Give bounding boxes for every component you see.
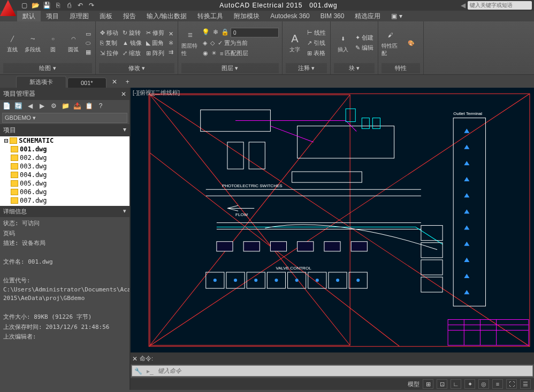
doc-tab-001[interactable]: 001* (67, 78, 106, 88)
line-button[interactable]: ╱ 直线 (3, 33, 21, 53)
details-header[interactable]: 详细信息▾ (0, 206, 129, 217)
tree-file-006[interactable]: 006.dwg (0, 188, 129, 196)
next-icon[interactable]: ▶ (37, 102, 46, 110)
doc-tab-new[interactable]: 新选项卡 (16, 76, 66, 88)
leader-button[interactable]: ↗ 引线 (306, 39, 327, 48)
tree-file-004[interactable]: 004.dwg (0, 171, 129, 179)
plot-icon[interactable]: ⎙ (64, 1, 74, 10)
search-input[interactable]: 键入关键字或短语 (468, 1, 532, 10)
add-tab-icon[interactable]: ✕ (108, 76, 121, 88)
offset-icon[interactable]: ⇉ (167, 48, 174, 56)
panel-label-layer[interactable]: 图层 ▾ (181, 63, 279, 73)
match-props-button[interactable]: 🖌 特性匹配 (382, 29, 400, 57)
fullscreen-icon[interactable]: ⛶ (506, 379, 517, 389)
tree-file-007[interactable]: 007.dwg (0, 196, 129, 205)
layer-iso-icon[interactable]: ◈ (202, 39, 208, 48)
arc-button[interactable]: ◠ 圆弧 (64, 33, 82, 53)
layer-thaw-icon[interactable]: ☀ (210, 49, 218, 58)
model-button[interactable]: 模型 (408, 380, 419, 388)
stretch-button[interactable]: ⇲ 拉伸 (99, 49, 119, 58)
clipboard-icon[interactable]: 📋 (85, 102, 93, 110)
make-current-button[interactable]: ✓ 置为当前 (217, 39, 249, 48)
rotate-button[interactable]: ↻ 旋转 (121, 28, 143, 37)
explode-icon[interactable]: ※ (167, 39, 174, 47)
gear-icon[interactable]: ⚙ (49, 102, 58, 110)
match-layer-button[interactable]: ≡ 匹配图层 (219, 49, 249, 58)
text-button[interactable]: A 文字 (286, 33, 304, 53)
tab-project[interactable]: 项目 (41, 11, 64, 21)
tree-file-001[interactable]: 001.dwg (0, 145, 129, 153)
mirror-button[interactable]: ▲ 镜像 (121, 39, 143, 48)
create-button[interactable]: ✦ 创建 (354, 33, 375, 42)
tab-a360[interactable]: Autodesk 360 (265, 11, 315, 21)
palette-button[interactable]: 🎨 (402, 36, 420, 49)
layer-off-icon[interactable]: ◇ (209, 39, 216, 48)
folder-icon[interactable]: 📁 (61, 102, 70, 110)
layer-dropdown[interactable]: 0 (231, 28, 279, 37)
customize-icon[interactable]: ☰ (520, 379, 531, 389)
command-input[interactable]: 键入命令 (156, 366, 532, 376)
polyline-button[interactable]: ⤳ 多段线 (24, 33, 42, 53)
lineweight-icon[interactable]: ≡ (492, 379, 503, 389)
circle-button[interactable]: ○ 圆 (44, 33, 62, 53)
table-button[interactable]: ⊞ 表格 (306, 49, 327, 58)
tree-file-005[interactable]: 005.dwg (0, 179, 129, 188)
panel-label-modify[interactable]: 修改 ▾ (99, 63, 174, 73)
layer-on-icon[interactable]: ◉ (202, 49, 209, 58)
nav-left-icon[interactable]: ◀ (461, 2, 466, 9)
polar-icon[interactable]: ✦ (464, 379, 475, 389)
snap-icon[interactable]: ⊡ (437, 379, 447, 389)
close-cmd-icon[interactable]: ✕ (132, 355, 138, 363)
tree-folder-schematic[interactable]: ⊟ SCHEMATIC (0, 136, 129, 145)
tab-plugins[interactable]: 附加模块 (228, 11, 265, 21)
copy-button[interactable]: ⎘ 复制 (99, 39, 119, 48)
viewport[interactable]: [-][俯视][二维线框] (131, 88, 534, 352)
tab-featured[interactable]: 精选应用 (349, 11, 386, 21)
panel-label-properties[interactable]: 特性 (382, 63, 420, 73)
hatch-icon[interactable]: ▦ (85, 48, 92, 56)
tab-convert[interactable]: 转换工具 (192, 11, 228, 21)
rect-icon[interactable]: ▭ (85, 30, 92, 38)
open-icon[interactable]: 📂 (30, 1, 40, 10)
project-selector[interactable]: GBDEMO ▾ (2, 113, 127, 123)
new-icon[interactable]: ▢ (19, 1, 29, 10)
panel-label-draw[interactable]: 绘图 ▾ (3, 63, 92, 73)
viewport-label[interactable]: [-][俯视][二维线框] (133, 89, 180, 97)
panel-label-block[interactable]: 块 ▾ (334, 63, 375, 73)
erase-icon[interactable]: ✕ (167, 30, 174, 38)
dim-linear-button[interactable]: ⊢ 线性 (306, 28, 327, 37)
array-button[interactable]: ⊞ 阵列 (145, 49, 165, 58)
layer-properties-button[interactable]: ☰ 图层特性 (181, 29, 200, 57)
new-project-icon[interactable]: 📄 (2, 102, 11, 110)
close-panel-icon[interactable]: ✕ (121, 90, 126, 98)
tree-file-002[interactable]: 002.dwg (0, 153, 129, 162)
fillet-button[interactable]: ◣ 圆角 (145, 39, 165, 48)
refresh-icon[interactable]: 🔄 (14, 102, 22, 110)
tab-expand-icon[interactable]: ▣ ▾ (386, 11, 407, 21)
scale-button[interactable]: ⤢ 缩放 (121, 49, 143, 58)
layer-bulb-icon[interactable]: 💡 (202, 28, 210, 36)
grid-icon[interactable]: ⊞ (423, 379, 433, 389)
tree-section-header[interactable]: 项目▾ (0, 124, 129, 136)
tab-panel[interactable]: 面板 (94, 11, 118, 21)
tab-default[interactable]: 默认 (17, 11, 41, 21)
edit-button[interactable]: ✎ 编辑 (354, 43, 375, 52)
tab-io[interactable]: 输入/输出数据 (141, 11, 192, 21)
undo-icon[interactable]: ↶ (75, 1, 85, 10)
trim-button[interactable]: ✂ 修剪 (145, 28, 165, 37)
tab-schematic[interactable]: 原理图 (64, 11, 94, 21)
ortho-icon[interactable]: ∟ (451, 379, 461, 389)
move-button[interactable]: ✥ 移动 (99, 28, 119, 37)
save-icon[interactable]: 💾 (42, 1, 51, 10)
insert-button[interactable]: ⬇ 插入 (334, 33, 352, 53)
tab-reports[interactable]: 报告 (118, 11, 141, 21)
saveas-icon[interactable]: ⎘ (53, 1, 63, 10)
layer-lock-icon[interactable]: 🔒 (221, 28, 230, 36)
wrench-icon[interactable]: 🔧 (132, 367, 144, 375)
ellipse-icon[interactable]: ⬭ (85, 39, 92, 47)
tab-plus-icon[interactable]: + (121, 76, 134, 88)
help-icon[interactable]: ? (96, 102, 105, 110)
osnap-icon[interactable]: ◎ (478, 379, 489, 389)
tab-bim360[interactable]: BIM 360 (315, 11, 350, 21)
layer-freeze-icon[interactable]: ❄ (211, 28, 220, 36)
